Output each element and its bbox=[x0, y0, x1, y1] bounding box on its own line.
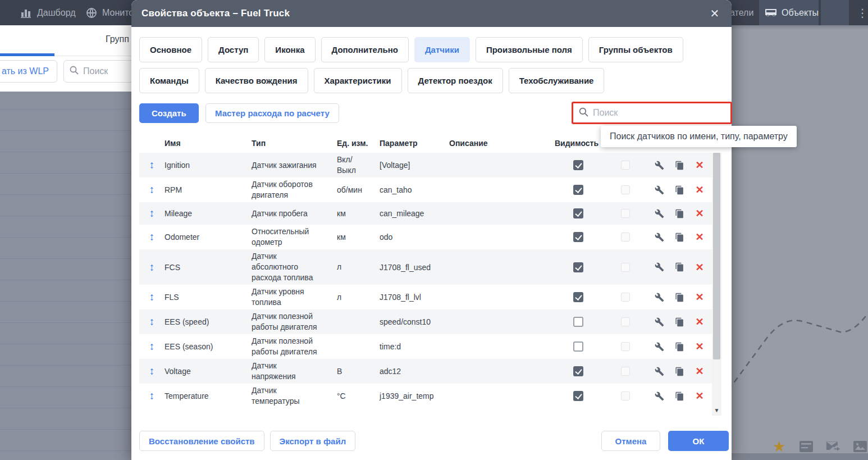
visibility-checkbox[interactable] bbox=[573, 232, 583, 242]
wrench-icon[interactable] bbox=[649, 262, 669, 272]
create-sensor-button[interactable]: Создать bbox=[139, 103, 199, 123]
cancel-button[interactable]: Отмена bbox=[601, 431, 660, 451]
visibility-checkbox[interactable] bbox=[573, 208, 583, 218]
dialog-tab[interactable]: Датчики bbox=[414, 37, 470, 62]
wrench-icon[interactable] bbox=[649, 293, 669, 302]
more-options-button[interactable]: ⋮ bbox=[851, 0, 868, 25]
visibility-checkbox[interactable] bbox=[573, 160, 583, 170]
image-icon[interactable] bbox=[853, 439, 867, 454]
copy-icon[interactable] bbox=[669, 367, 689, 376]
dialog-tab[interactable]: Группы объектов bbox=[588, 37, 683, 62]
sensor-type: Датчик температуры bbox=[252, 385, 337, 407]
wrench-icon[interactable] bbox=[649, 185, 669, 195]
create-from-wlp-button[interactable]: ать из WLP bbox=[0, 60, 57, 83]
wrench-icon[interactable] bbox=[649, 367, 669, 376]
visibility-checkbox[interactable] bbox=[573, 317, 583, 327]
delete-icon[interactable]: ✕ bbox=[689, 261, 710, 274]
drag-handle-icon[interactable]: ↕ bbox=[139, 390, 165, 402]
drag-handle-icon[interactable]: ↕ bbox=[139, 291, 165, 303]
nav-dashboard[interactable]: Дашборд bbox=[15, 0, 81, 25]
sensors-search-field-highlighted[interactable] bbox=[572, 102, 732, 124]
tab-groups-partial[interactable]: Групп bbox=[106, 34, 129, 44]
message-forward-icon[interactable] bbox=[826, 439, 840, 454]
apps-menu-button[interactable] bbox=[821, 0, 849, 25]
visibility-checkbox[interactable] bbox=[573, 341, 583, 352]
drag-handle-icon[interactable]: ↕ bbox=[139, 184, 165, 196]
dialog-tab[interactable]: Характеристики bbox=[314, 68, 402, 93]
delete-icon[interactable]: ✕ bbox=[689, 207, 710, 220]
export-to-file-button[interactable]: Экспорт в файл bbox=[270, 431, 356, 451]
sensor-unit: Вкл/Выкл bbox=[337, 154, 380, 176]
wrench-icon[interactable] bbox=[649, 342, 669, 352]
copy-icon[interactable] bbox=[669, 233, 689, 242]
secondary-checkbox-disabled bbox=[621, 391, 630, 400]
dialog-tab[interactable]: Качество вождения bbox=[205, 68, 308, 93]
delete-icon[interactable]: ✕ bbox=[689, 159, 710, 171]
sensors-search-input[interactable] bbox=[593, 108, 725, 118]
copy-icon[interactable] bbox=[669, 391, 689, 401]
favorites-star-icon[interactable]: ★ bbox=[772, 439, 787, 454]
scroll-down-arrow-icon[interactable]: ▼ bbox=[712, 407, 721, 413]
copy-icon[interactable] bbox=[669, 317, 689, 327]
drag-handle-icon[interactable]: ↕ bbox=[139, 365, 165, 377]
dialog-tab[interactable]: Техобслуживание bbox=[509, 68, 605, 93]
delete-icon[interactable]: ✕ bbox=[689, 340, 710, 353]
visibility-checkbox[interactable] bbox=[573, 391, 583, 401]
wrench-icon[interactable] bbox=[649, 209, 669, 218]
card-list-icon[interactable] bbox=[799, 439, 814, 454]
delete-icon[interactable]: ✕ bbox=[689, 390, 710, 402]
copy-icon[interactable] bbox=[669, 342, 689, 352]
visibility-checkbox[interactable] bbox=[573, 292, 583, 302]
wrench-icon[interactable] bbox=[649, 391, 669, 401]
copy-icon[interactable] bbox=[669, 293, 689, 302]
delete-icon[interactable]: ✕ bbox=[689, 316, 710, 328]
dialog-tab[interactable]: Команды bbox=[139, 68, 199, 93]
scrollbar-thumb[interactable] bbox=[713, 153, 720, 359]
visibility-checkbox[interactable] bbox=[573, 262, 583, 272]
nav-objects[interactable]: Объекты bbox=[759, 0, 819, 25]
map-area: ★ bbox=[732, 25, 868, 460]
delete-icon[interactable]: ✕ bbox=[689, 365, 710, 377]
consumption-wizard-button[interactable]: Мастер расхода по расчету bbox=[205, 103, 339, 123]
restore-properties-button[interactable]: Восстановление свойств bbox=[139, 431, 264, 451]
dialog-tab[interactable]: Детектор поездок bbox=[408, 68, 503, 93]
truck-icon bbox=[765, 7, 777, 19]
copy-icon[interactable] bbox=[669, 209, 689, 218]
wrench-icon[interactable] bbox=[649, 161, 669, 170]
visibility-checkbox[interactable] bbox=[573, 366, 583, 376]
table-scrollbar[interactable]: ▼ bbox=[712, 153, 721, 416]
dialog-tab[interactable]: Иконка bbox=[264, 37, 315, 62]
drag-handle-icon[interactable]: ↕ bbox=[139, 261, 165, 274]
delete-icon[interactable]: ✕ bbox=[689, 231, 710, 243]
close-icon[interactable]: ✕ bbox=[708, 7, 721, 20]
wrench-icon[interactable] bbox=[649, 317, 669, 327]
copy-icon[interactable] bbox=[669, 262, 689, 272]
delete-icon[interactable]: ✕ bbox=[689, 184, 710, 196]
sensor-unit: л bbox=[337, 262, 380, 272]
drag-handle-icon[interactable]: ↕ bbox=[139, 207, 165, 220]
ok-button[interactable]: ОК bbox=[668, 431, 729, 451]
sensor-type: Относительный одометр bbox=[252, 226, 337, 248]
sensor-type: Датчик оборотов двигателя bbox=[252, 179, 337, 201]
visibility-checkbox[interactable] bbox=[573, 185, 583, 195]
dialog-tab[interactable]: Основное bbox=[139, 37, 202, 62]
drag-handle-icon[interactable]: ↕ bbox=[139, 231, 165, 243]
delete-icon[interactable]: ✕ bbox=[689, 291, 710, 303]
objects-search-field[interactable] bbox=[63, 60, 136, 83]
sensor-type: Датчик зажигания bbox=[252, 160, 337, 171]
column-header-visibility: Видимость bbox=[555, 139, 602, 148]
dialog-tab[interactable]: Дополнительно bbox=[321, 37, 409, 62]
drag-handle-icon[interactable]: ↕ bbox=[139, 316, 165, 328]
secondary-checkbox-disabled bbox=[621, 317, 630, 326]
dialog-tab[interactable]: Произвольные поля bbox=[476, 37, 583, 62]
sensor-name: EES (speed) bbox=[165, 317, 252, 326]
sensor-name: FLS bbox=[165, 293, 252, 302]
drag-handle-icon[interactable]: ↕ bbox=[139, 159, 165, 171]
objects-search-input[interactable] bbox=[83, 66, 128, 76]
dialog-tab[interactable]: Доступ bbox=[208, 37, 259, 62]
drag-handle-icon[interactable]: ↕ bbox=[139, 340, 165, 353]
copy-icon[interactable] bbox=[669, 185, 689, 195]
copy-icon[interactable] bbox=[669, 161, 689, 170]
nav-monitoring[interactable]: Монито bbox=[80, 0, 139, 25]
wrench-icon[interactable] bbox=[649, 233, 669, 242]
